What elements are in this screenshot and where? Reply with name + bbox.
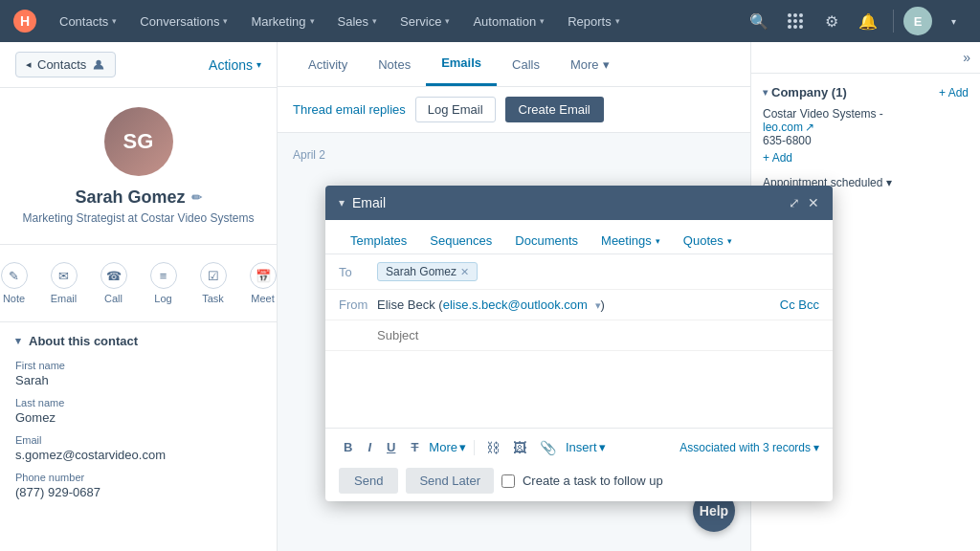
from-name: Elise Beck (elise.s.beck@outlook.com ▾) xyxy=(377,298,605,312)
appointment-chevron: ▾ xyxy=(886,176,892,189)
collapse-sidebar-icon[interactable]: » xyxy=(963,50,970,65)
field-phone: Phone number (877) 929-0687 xyxy=(15,472,261,499)
left-sidebar: ◂ Contacts Actions ▾ SG Sarah Gomez ✏ Ma… xyxy=(0,42,278,551)
send-later-button[interactable]: Send Later xyxy=(406,468,494,494)
profile-section: SG Sarah Gomez ✏ Marketing Strategist at… xyxy=(0,88,277,245)
search-icon[interactable]: 🔍 xyxy=(744,6,774,36)
settings-icon[interactable]: ⚙ xyxy=(816,6,847,36)
create-task-label: Create a task to follow up xyxy=(523,474,663,488)
about-chevron-icon: ▾ xyxy=(15,335,21,347)
hubspot-logo[interactable]: H xyxy=(11,8,38,34)
note-button[interactable]: ✎ Note xyxy=(0,256,37,310)
email-value: s.gomez@costarvideo.com xyxy=(15,448,261,462)
recipient-name: Sarah Gomez xyxy=(386,265,457,278)
tab-emails[interactable]: Emails xyxy=(426,42,497,86)
actions-chevron-icon: ▾ xyxy=(256,59,261,70)
send-button[interactable]: Send xyxy=(339,468,398,494)
image-icon[interactable]: 🖼 xyxy=(509,438,530,457)
email-label: Email xyxy=(15,434,261,446)
log-button[interactable]: ≡ Log xyxy=(141,256,187,310)
company-add-section[interactable]: + Add xyxy=(763,147,969,168)
tab-notes[interactable]: Notes xyxy=(363,44,426,85)
modal-tab-templates[interactable]: Templates xyxy=(339,228,418,253)
notifications-icon[interactable]: 🔔 xyxy=(853,6,883,36)
last-name-value: Gomez xyxy=(15,410,261,425)
associated-chevron-icon: ▾ xyxy=(813,441,819,454)
nav-item-reports[interactable]: Reports ▾ xyxy=(558,11,630,33)
email-icon: ✉ xyxy=(51,262,78,289)
insert-button[interactable]: Insert ▾ xyxy=(566,440,606,454)
company-website[interactable]: leo.com ↗ xyxy=(763,121,969,134)
remove-recipient-icon[interactable]: ✕ xyxy=(460,266,469,278)
modal-tab-documents[interactable]: Documents xyxy=(503,228,590,253)
top-nav: H Contacts ▾ Conversations ▾ Marketing ▾… xyxy=(0,0,980,42)
bold-button[interactable]: B xyxy=(339,436,357,458)
strikethrough-button[interactable]: T xyxy=(406,436,423,458)
create-email-button[interactable]: Create Email xyxy=(505,97,604,122)
nav-item-conversations[interactable]: Conversations ▾ xyxy=(130,11,237,33)
modal-tab-quotes[interactable]: Quotes ▾ xyxy=(672,228,744,253)
contacts-back-label: Contacts xyxy=(37,57,86,72)
meet-label: Meet xyxy=(251,293,274,304)
recipient-tag: Sarah Gomez ✕ xyxy=(377,262,478,281)
nav-item-automation[interactable]: Automation ▾ xyxy=(463,11,554,33)
modal-header: ▾ Email ⤢ ✕ xyxy=(325,186,833,220)
thread-email-link[interactable]: Thread email replies xyxy=(293,102,406,117)
tab-more[interactable]: More ▾ xyxy=(555,44,625,85)
tab-activity[interactable]: Activity xyxy=(293,44,363,85)
modal-tab-sequences[interactable]: Sequences xyxy=(418,228,503,253)
more-formatting-button[interactable]: More ▾ xyxy=(429,440,466,454)
user-avatar[interactable]: E xyxy=(903,7,932,35)
external-link-icon: ↗ xyxy=(805,121,814,134)
associated-records-button[interactable]: Associated with 3 records ▾ xyxy=(679,441,819,454)
italic-button[interactable]: I xyxy=(363,436,376,458)
date-label: April 2 xyxy=(293,148,735,162)
edit-name-icon[interactable]: ✏ xyxy=(191,190,202,205)
subject-input[interactable] xyxy=(377,328,819,342)
nav-item-contacts[interactable]: Contacts ▾ xyxy=(50,11,126,33)
subject-field xyxy=(325,320,833,351)
company-add-link[interactable]: + Add xyxy=(939,86,969,99)
modal-expand-icon[interactable]: ⤢ xyxy=(789,195,800,210)
main-content: Activity Notes Emails Calls More ▾ Threa… xyxy=(278,42,750,551)
nav-chevron-marketing: ▾ xyxy=(310,16,315,26)
from-label: From xyxy=(339,298,377,312)
task-button[interactable]: ☑ Task xyxy=(190,256,236,310)
tab-calls[interactable]: Calls xyxy=(497,44,555,85)
nav-item-sales[interactable]: Sales ▾ xyxy=(328,11,388,33)
field-email: Email s.gomez@costarvideo.com xyxy=(15,434,261,462)
about-header[interactable]: ▾ About this contact xyxy=(15,334,261,348)
right-sidebar-header: » xyxy=(751,42,980,74)
modal-collapse-icon[interactable]: ▾ xyxy=(339,196,345,209)
call-button[interactable]: ☎ Call xyxy=(91,256,137,310)
email-body[interactable] xyxy=(325,351,833,428)
meet-button[interactable]: 📅 Meet xyxy=(240,256,278,310)
company-name: Costar Video Systems - xyxy=(763,107,969,121)
modal-title: Email xyxy=(352,195,386,210)
contacts-back-button[interactable]: ◂ Contacts xyxy=(15,52,116,77)
actions-button[interactable]: Actions ▾ xyxy=(209,57,261,73)
modal-close-icon[interactable]: ✕ xyxy=(808,195,819,210)
grid-icon[interactable] xyxy=(780,6,811,36)
attachment-icon[interactable]: 📎 xyxy=(536,438,560,457)
to-field-content: Sarah Gomez ✕ xyxy=(377,262,819,281)
profile-avatar: SG xyxy=(104,107,173,176)
nav-chevron-sales: ▾ xyxy=(372,16,377,26)
modal-actions: Send Send Later Create a task to follow … xyxy=(339,468,819,494)
nav-divider xyxy=(893,10,894,33)
nav-chevron-automation: ▾ xyxy=(540,16,545,26)
modal-tab-meetings[interactable]: Meetings ▾ xyxy=(590,228,672,253)
account-chevron[interactable]: ▾ xyxy=(938,6,969,36)
underline-button[interactable]: U xyxy=(382,436,400,458)
company-chevron-icon: ▾ xyxy=(763,87,768,98)
link-icon[interactable]: ⛓ xyxy=(482,438,503,457)
email-button[interactable]: ✉ Email xyxy=(41,256,87,310)
nav-item-service[interactable]: Service ▾ xyxy=(390,11,459,33)
nav-item-marketing[interactable]: Marketing ▾ xyxy=(241,11,323,33)
create-task-checkbox[interactable] xyxy=(501,474,515,488)
cc-bcc-toggle[interactable]: Cc Bcc xyxy=(780,298,819,312)
company-title: ▾ Company (1) xyxy=(763,85,847,99)
sidebar-header: ◂ Contacts Actions ▾ xyxy=(0,42,277,88)
main-layout: ◂ Contacts Actions ▾ SG Sarah Gomez ✏ Ma… xyxy=(0,42,980,551)
log-email-button[interactable]: Log Email xyxy=(415,97,496,122)
